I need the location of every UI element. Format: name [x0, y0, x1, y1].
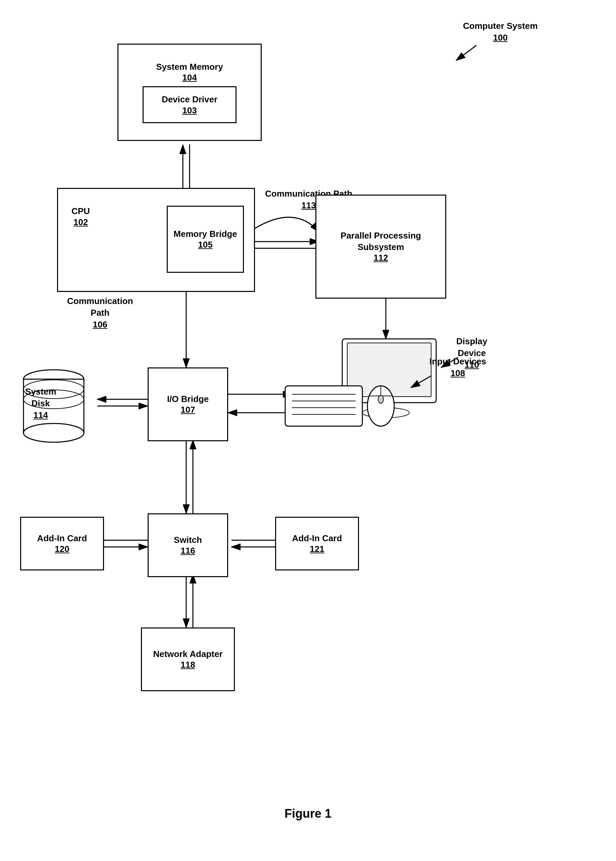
system-memory-box: System Memory 104 Device Driver 103 — [118, 44, 262, 141]
network-adapter-label: Network Adapter — [153, 649, 222, 660]
parallel-processing-box: Parallel Processing Subsystem 112 — [315, 195, 446, 299]
svg-point-28 — [24, 423, 84, 442]
network-adapter-num: 118 — [181, 660, 195, 670]
system-memory-num: 104 — [182, 72, 196, 83]
memory-bridge-box: Memory Bridge 105 — [167, 206, 244, 273]
input-devices-icon — [282, 366, 399, 441]
system-disk-label: System Disk 114 — [25, 386, 57, 421]
switch-box: Switch 116 — [148, 514, 228, 577]
input-svg — [282, 366, 399, 440]
input-devices-label: Input Devices 108 — [429, 356, 486, 379]
add-in-card-120-box: Add-In Card 120 — [20, 517, 104, 570]
device-driver-box: Device Driver 103 — [143, 86, 237, 123]
figure-label: Figure 1 — [284, 807, 332, 821]
svg-rect-31 — [285, 386, 362, 426]
switch-label: Switch — [174, 534, 202, 546]
memory-bridge-label: Memory Bridge — [173, 228, 237, 240]
diagram: Computer System 100 System Memory 104 De… — [0, 0, 616, 861]
io-bridge-box: I/O Bridge 107 — [148, 368, 228, 441]
svg-line-20 — [456, 45, 476, 60]
add-in-card-120-label: Add-In Card — [37, 533, 87, 544]
parallel-processing-num: 112 — [373, 253, 388, 263]
device-driver-label: Device Driver — [162, 94, 217, 105]
io-bridge-label: I/O Bridge — [167, 394, 209, 405]
device-driver-num: 103 — [182, 105, 196, 116]
io-bridge-num: 107 — [181, 405, 195, 415]
add-in-card-121-label: Add-In Card — [292, 533, 342, 544]
add-in-card-121-box: Add-In Card 121 — [275, 517, 359, 570]
svg-point-39 — [378, 395, 383, 403]
cpu-memory-bridge-outer-box: CPU 102 Memory Bridge 105 — [57, 188, 255, 292]
computer-system-label: Computer System 100 — [463, 20, 538, 44]
svg-line-40 — [411, 376, 431, 388]
cpu-num: 102 — [71, 217, 90, 228]
parallel-processing-label: Parallel Processing Subsystem — [316, 230, 445, 253]
add-in-card-121-num: 121 — [310, 544, 324, 554]
switch-num: 116 — [181, 545, 195, 556]
memory-bridge-num: 105 — [198, 240, 212, 250]
cpu-label: CPU — [71, 206, 90, 217]
add-in-card-120-num: 120 — [55, 544, 69, 554]
system-memory-label: System Memory — [156, 61, 223, 73]
comm-path-106-label: Communication Path 106 — [67, 295, 133, 330]
network-adapter-box: Network Adapter 118 — [141, 627, 235, 691]
